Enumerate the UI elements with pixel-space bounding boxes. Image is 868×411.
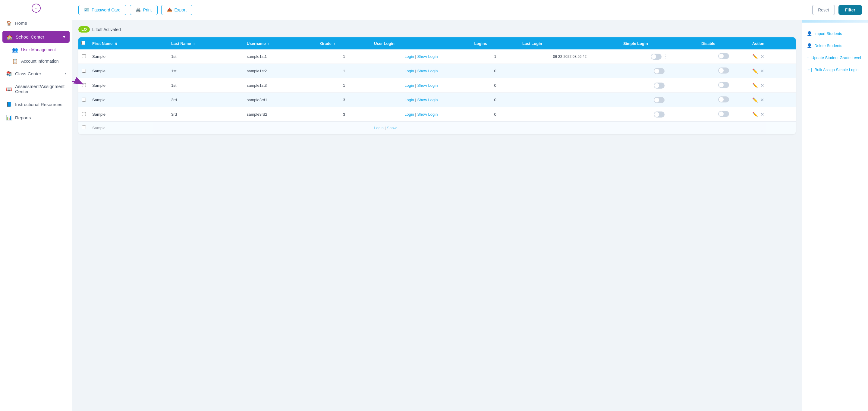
cell-logins: 0: [471, 93, 519, 107]
login-link[interactable]: Login: [374, 126, 384, 130]
cell-simple-login[interactable]: [620, 93, 698, 107]
row-checkbox[interactable]: [82, 112, 86, 116]
back-button[interactable]: ←: [32, 4, 41, 13]
col-action: Action: [749, 37, 796, 50]
simple-login-toggle[interactable]: [654, 83, 664, 89]
cell-disable[interactable]: [698, 107, 749, 122]
delete-icon[interactable]: ✕: [761, 112, 764, 117]
sidebar-item-home[interactable]: 🏠 Home: [0, 16, 72, 30]
disable-toggle[interactable]: [718, 96, 729, 102]
disable-toggle[interactable]: [718, 67, 729, 73]
disable-toggle[interactable]: [718, 111, 729, 117]
col-last-name[interactable]: Last Name ↕: [168, 37, 244, 50]
sidebar-item-reports[interactable]: 📊 Reports: [0, 111, 72, 124]
col-grade[interactable]: Grade ↕: [317, 37, 371, 50]
simple-login-toggle[interactable]: [651, 54, 661, 60]
login-link[interactable]: Login: [404, 112, 414, 117]
delete-students-button[interactable]: 👤 Delete Students: [807, 42, 863, 49]
reset-button[interactable]: Reset: [812, 5, 835, 15]
cell-disable[interactable]: [698, 78, 749, 93]
show-login-link[interactable]: Show: [387, 126, 397, 130]
row-checkbox[interactable]: [82, 83, 86, 87]
cell-disable[interactable]: [698, 93, 749, 107]
sidebar-item-assessment-center[interactable]: 📖 Assessment/Assignment Center: [0, 80, 72, 98]
cell-simple-login[interactable]: [620, 107, 698, 122]
show-login-link[interactable]: Show Login: [417, 83, 438, 88]
col-username[interactable]: Username ↕: [244, 37, 317, 50]
delete-icon[interactable]: ✕: [761, 97, 764, 103]
cell-checkbox[interactable]: [79, 78, 89, 93]
sidebar-item-school-center[interactable]: 🏫 School Center ▾: [2, 31, 70, 43]
cell-grade: 3: [317, 93, 371, 107]
edit-icon[interactable]: ✏️: [752, 68, 758, 74]
simple-login-toggle[interactable]: [654, 68, 664, 74]
cell-checkbox[interactable]: [79, 107, 89, 122]
cell-simple-login[interactable]: [620, 78, 698, 93]
cell-user-login[interactable]: Login | Show: [371, 122, 471, 134]
table-row: Sample 1st sample1st2 1 Login | Show Log…: [79, 64, 796, 78]
edit-icon[interactable]: ✏️: [752, 54, 758, 59]
edit-icon[interactable]: ✏️: [752, 83, 758, 88]
select-all-header[interactable]: [79, 37, 89, 50]
col-first-name[interactable]: First Name ⇅: [89, 37, 168, 50]
login-link[interactable]: Login: [404, 83, 414, 88]
simple-login-more-icon[interactable]: ⋮: [663, 54, 668, 59]
sidebar-item-instructional-resources[interactable]: 📘 Instructional Resources: [0, 98, 72, 111]
toolbar: 🪪 Password Card 🖨️ Print 📤 Export Reset …: [72, 0, 868, 20]
cell-first-name: Sample: [89, 122, 168, 134]
bulk-assign-button[interactable]: ←| Bulk Assign Simple Login: [807, 66, 863, 73]
password-card-button[interactable]: 🪪 Password Card: [79, 5, 126, 15]
cell-disable[interactable]: [698, 50, 749, 64]
cell-checkbox[interactable]: [79, 64, 89, 78]
cell-disable[interactable]: [698, 64, 749, 78]
login-link[interactable]: Login: [404, 98, 414, 102]
print-button[interactable]: 🖨️ Print: [130, 5, 158, 15]
update-grade-button[interactable]: ↑ Update Student Grade Level: [807, 54, 863, 61]
edit-icon[interactable]: ✏️: [752, 97, 758, 103]
cell-simple-login[interactable]: ⋮: [620, 50, 698, 64]
cell-action: ✏️ ✕: [749, 107, 796, 122]
show-login-link[interactable]: Show Login: [417, 98, 438, 102]
sidebar-item-account-information-label: Account Information: [21, 59, 59, 64]
cell-logins: 0: [471, 78, 519, 93]
simple-login-toggle[interactable]: [654, 112, 664, 118]
row-checkbox[interactable]: [82, 125, 86, 129]
chevron-down-icon: ▾: [63, 34, 65, 39]
sidebar-item-instructional-resources-label: Instructional Resources: [15, 102, 62, 107]
liftoff-label: Liftoff Activated: [92, 27, 121, 32]
cell-user-login: Login | Show Login: [371, 64, 471, 78]
show-login-link[interactable]: Show Login: [417, 54, 438, 59]
cell-simple-login[interactable]: [620, 64, 698, 78]
row-checkbox[interactable]: [82, 98, 86, 101]
disable-toggle[interactable]: [718, 82, 729, 88]
delete-icon[interactable]: ✕: [761, 54, 764, 59]
disable-toggle[interactable]: [718, 53, 729, 59]
sidebar-item-account-information[interactable]: 📋 Account Information: [6, 56, 72, 67]
sort-icon-username: ↕: [268, 42, 270, 45]
sidebar-item-user-management[interactable]: 👥 User Management: [6, 44, 72, 56]
select-all-checkbox[interactable]: [82, 41, 85, 45]
filter-button[interactable]: Filter: [838, 5, 862, 15]
login-link[interactable]: Login: [404, 69, 414, 73]
login-link[interactable]: Login: [404, 54, 414, 59]
row-checkbox[interactable]: [82, 69, 86, 73]
content-area: LO Liftoff Activated First Name ⇅ Last N…: [72, 20, 868, 411]
edit-icon[interactable]: ✏️: [752, 112, 758, 117]
export-button[interactable]: 📤 Export: [161, 5, 192, 15]
class-center-icon: 📚: [6, 70, 12, 76]
cell-username: sample3rd2: [244, 107, 317, 122]
reset-label: Reset: [818, 7, 829, 12]
simple-login-toggle[interactable]: [654, 97, 664, 103]
row-checkbox[interactable]: [82, 54, 86, 58]
cell-checkbox[interactable]: [79, 50, 89, 64]
show-login-link[interactable]: Show Login: [417, 112, 438, 117]
cell-checkbox[interactable]: [79, 93, 89, 107]
import-students-button[interactable]: 👤 Import Students: [807, 30, 863, 37]
import-students-label: Import Students: [814, 31, 842, 36]
cell-user-login: Login | Show Login: [371, 93, 471, 107]
delete-icon[interactable]: ✕: [761, 68, 764, 74]
sidebar-item-class-center[interactable]: 📚 Class Center ›: [0, 67, 72, 80]
show-login-link[interactable]: Show Login: [417, 69, 438, 73]
delete-icon[interactable]: ✕: [761, 83, 764, 88]
cell-last-login: 06-22-2022 08:56:42: [519, 50, 620, 64]
